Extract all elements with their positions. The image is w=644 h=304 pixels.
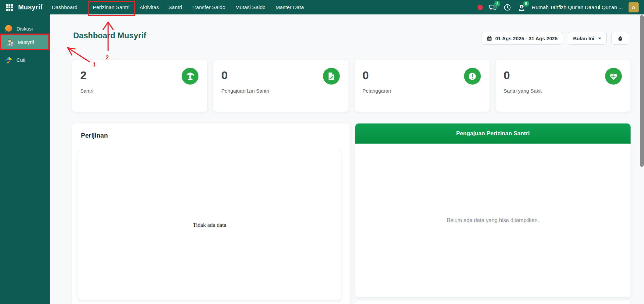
donation-badge: 5 bbox=[523, 1, 529, 7]
realtime-button[interactable] bbox=[611, 32, 629, 45]
chevron-down-icon bbox=[598, 38, 601, 39]
violation-icon bbox=[464, 68, 481, 85]
stat-label: Pengajuan Izin Santri bbox=[221, 88, 340, 94]
pengajuan-panel-body: Belum ada data yang bisa ditampilkan. bbox=[355, 144, 631, 297]
stat-label: Santri bbox=[80, 88, 199, 94]
sidebar-item-diskusi[interactable]: Diskusi bbox=[0, 22, 50, 35]
stat-card-pengajuan-izin: 0 Pengajuan Izin Santri bbox=[213, 60, 348, 112]
pengajuan-panel-header: Pengajuan Perizinan Santri bbox=[355, 123, 631, 144]
nav-item-master-data[interactable]: Master Data bbox=[276, 4, 304, 10]
nav-item-transfer-saldo[interactable]: Transfer Saldo bbox=[191, 4, 225, 10]
clock-icon bbox=[503, 3, 511, 11]
stat-card-pelanggaran: 0 Pelanggaran bbox=[355, 60, 490, 112]
nav-item-dashboard[interactable]: Dashboard bbox=[52, 4, 78, 10]
perijinan-panel-title: Perijinan bbox=[72, 123, 350, 139]
brand-title[interactable]: Musyrif bbox=[18, 3, 43, 11]
account-name[interactable]: Rumah Tahfizh Qur'an Daarul Qur'an ... bbox=[532, 4, 623, 10]
musyrif-icon bbox=[6, 38, 14, 46]
sidebar-item-musyrif[interactable]: Musyrif bbox=[0, 34, 50, 50]
perijinan-empty-text: Tidak ada data bbox=[193, 222, 226, 229]
status-red-dot-indicator[interactable] bbox=[477, 5, 483, 10]
stat-value: 0 bbox=[363, 69, 481, 82]
chat-badge: 2 bbox=[494, 1, 500, 7]
nav-item-perizinan-santri[interactable]: Perizinan Santri bbox=[93, 4, 129, 10]
history-clock-button[interactable] bbox=[503, 3, 512, 12]
apps-grid-icon[interactable] bbox=[6, 4, 13, 11]
header-controls: 01 Ags 2025 - 31 Ags 2025 Bulan Ini bbox=[481, 32, 629, 45]
nav-item-mutasi-saldo[interactable]: Mutasi Saldo bbox=[235, 4, 266, 10]
nav-item-santri[interactable]: Santri bbox=[169, 4, 182, 10]
perijinan-panel: Perijinan Tidak ada data bbox=[72, 123, 350, 304]
donation-notifications-button[interactable]: $ 5 bbox=[517, 3, 526, 12]
stat-label: Santri yang Sakit bbox=[504, 88, 623, 94]
stopwatch-icon bbox=[617, 36, 623, 41]
stat-value: 0 bbox=[221, 69, 340, 82]
sidebar-item-diskusi-label: Diskusi bbox=[16, 26, 33, 32]
stats-row: 2 Santri 0 Pengajuan Izin Santri 0 Pelan… bbox=[72, 60, 631, 112]
top-navbar: Musyrif Dashboard Perizinan Santri Aktiv… bbox=[0, 0, 644, 14]
avatar[interactable]: A bbox=[629, 2, 639, 12]
permit-icon bbox=[323, 68, 340, 85]
sidebar-item-musyrif-label: Musyrif bbox=[18, 39, 34, 45]
date-range-button[interactable]: 01 Ags 2025 - 31 Ags 2025 bbox=[481, 32, 563, 45]
diskusi-icon bbox=[4, 24, 13, 33]
svg-text:$: $ bbox=[521, 5, 522, 8]
period-label: Bulan Ini bbox=[573, 36, 594, 41]
stat-card-santri-sakit: 0 Santri yang Sakit bbox=[496, 60, 631, 112]
calendar-icon bbox=[487, 36, 492, 41]
stat-value: 0 bbox=[504, 69, 623, 82]
annotation-arrowhead-2 bbox=[103, 22, 113, 30]
sidebar-item-cuti-label: Cuti bbox=[16, 57, 26, 63]
cuti-icon bbox=[4, 56, 13, 64]
nav-links: Dashboard Perizinan Santri Aktivitas San… bbox=[43, 4, 304, 10]
stat-card-santri: 2 Santri bbox=[72, 60, 207, 112]
annotation-arrowhead-1 bbox=[68, 48, 75, 55]
pengajuan-panel: Pengajuan Perizinan Santri Belum ada dat… bbox=[355, 123, 631, 297]
date-range-label: 01 Ags 2025 - 31 Ags 2025 bbox=[495, 36, 558, 41]
stat-label: Pelanggaran bbox=[363, 88, 481, 94]
perijinan-chart-area: Tidak ada data bbox=[78, 150, 341, 300]
sidebar-item-cuti[interactable]: Cuti bbox=[0, 53, 50, 66]
vertical-scrollbar-thumb[interactable] bbox=[640, 15, 644, 167]
health-icon bbox=[605, 68, 622, 85]
period-dropdown[interactable]: Bulan Ini bbox=[568, 32, 607, 45]
nav-item-aktivitas[interactable]: Aktivitas bbox=[140, 4, 159, 10]
page-title: Dashboard Musyrif bbox=[73, 31, 146, 40]
navbar-right-cluster: 2 $ 5 Rumah Tahfizh Qur'an Daarul Qur'an… bbox=[477, 2, 639, 12]
sidebar: Diskusi Musyrif Cuti bbox=[0, 14, 50, 304]
chat-notifications-button[interactable]: 2 bbox=[489, 3, 497, 12]
graduate-icon bbox=[182, 68, 198, 85]
pengajuan-empty-text: Belum ada data yang bisa ditampilkan. bbox=[447, 217, 539, 223]
stat-value: 2 bbox=[80, 69, 199, 82]
nav-item-perizinan-santri-label: Perizinan Santri bbox=[93, 4, 129, 10]
next-card-stub bbox=[355, 300, 631, 304]
